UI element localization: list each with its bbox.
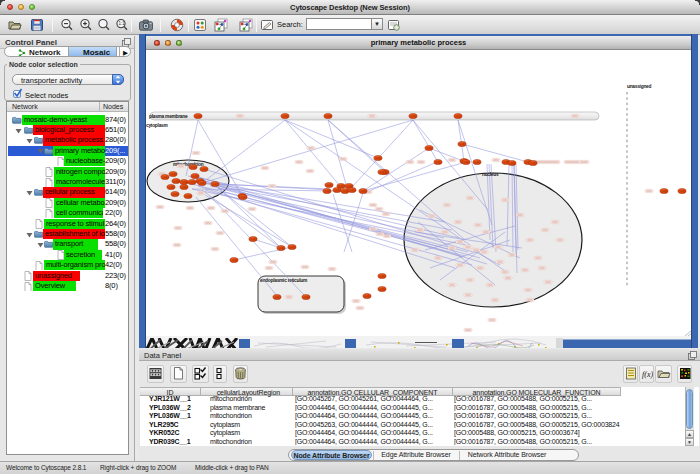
- svg-text:1:1: 1:1: [119, 21, 126, 26]
- svg-text:endoplasmic reticulum: endoplasmic reticulum: [260, 278, 307, 283]
- svg-text:f(x): f(x): [642, 370, 653, 379]
- svg-text:unassigned: unassigned: [627, 84, 651, 89]
- svg-text:plasma membrane: plasma membrane: [149, 114, 188, 119]
- svg-text:nucleus: nucleus: [482, 172, 499, 177]
- svg-text:cytoplasm: cytoplasm: [146, 123, 167, 128]
